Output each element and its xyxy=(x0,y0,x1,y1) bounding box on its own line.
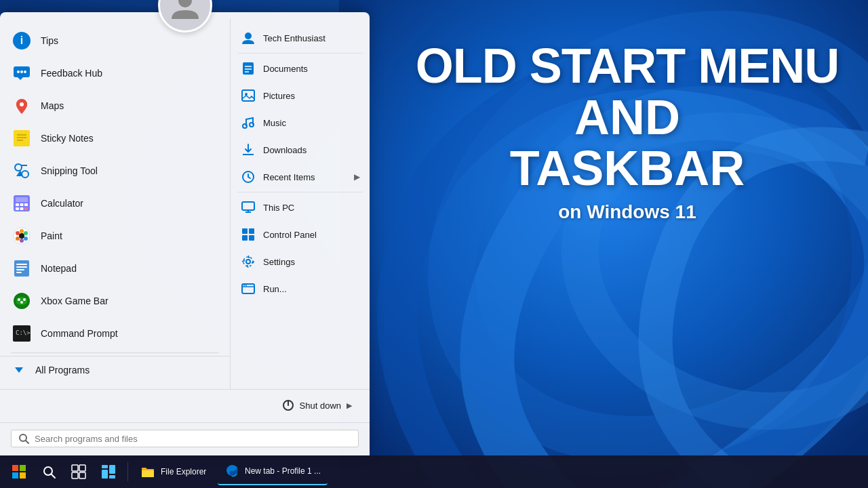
search-input-wrap xyxy=(11,430,359,447)
app-item-notepad[interactable]: Notepad xyxy=(0,252,230,285)
place-item-run[interactable]: Run... xyxy=(231,275,370,302)
svg-point-34 xyxy=(19,233,24,239)
svg-rect-24 xyxy=(16,207,19,210)
shutdown-arrow: ▶ xyxy=(347,401,352,410)
svg-point-65 xyxy=(246,260,250,264)
svg-point-16 xyxy=(15,164,22,171)
settings-icon xyxy=(240,253,256,270)
svg-rect-22 xyxy=(20,203,24,206)
svg-rect-77 xyxy=(12,472,18,479)
svg-point-32 xyxy=(20,239,24,243)
svg-point-41 xyxy=(18,298,20,301)
svg-point-70 xyxy=(245,285,247,286)
browser-label: New tab - Profile 1 ... xyxy=(245,466,321,476)
place-name-documents: Documents xyxy=(263,64,360,74)
place-name-downloads: Downloads xyxy=(263,145,360,155)
place-item-recent-items[interactable]: Recent Items ▶ xyxy=(231,163,370,190)
place-item-pictures[interactable]: Pictures xyxy=(231,82,370,109)
app-item-snipping-tool[interactable]: Snipping Tool xyxy=(0,155,230,187)
place-item-downloads[interactable]: Downloads xyxy=(231,136,370,163)
all-programs-label: All Programs xyxy=(35,365,90,375)
app-name-feedback-hub: Feedback Hub xyxy=(41,68,102,79)
svg-point-8 xyxy=(20,70,23,73)
apps-panel: i Tips Feedback Hub xyxy=(0,19,231,389)
svg-rect-26 xyxy=(24,207,28,210)
taskbar-separator xyxy=(127,462,128,481)
widgets-button[interactable] xyxy=(95,458,122,485)
place-name-music: Music xyxy=(263,118,360,128)
place-name-run: Run... xyxy=(263,284,360,294)
svg-rect-58 xyxy=(242,202,254,210)
place-item-documents[interactable]: Documents xyxy=(231,55,370,82)
widgets-icon xyxy=(101,464,116,479)
svg-point-54 xyxy=(243,124,247,128)
svg-rect-75 xyxy=(12,465,18,471)
snipping-tool-icon xyxy=(11,160,33,182)
downloads-icon xyxy=(240,142,256,158)
search-button[interactable] xyxy=(35,458,62,485)
start-button[interactable] xyxy=(5,458,33,485)
app-item-maps[interactable]: Maps xyxy=(0,89,230,122)
control-panel-icon xyxy=(240,226,256,243)
desktop-text: OLD START MENU AND TASKBAR on Windows 11 xyxy=(393,41,861,223)
svg-rect-21 xyxy=(16,203,19,206)
calculator-icon xyxy=(11,192,33,214)
svg-point-42 xyxy=(23,298,26,301)
svg-text:i: i xyxy=(20,35,23,46)
app-name-xbox-game-bar: Xbox Game Bar xyxy=(41,296,108,306)
desktop: OLD START MENU AND TASKBAR on Windows 11… xyxy=(0,0,868,488)
place-item-this-pc[interactable]: This PC xyxy=(231,194,370,221)
svg-rect-52 xyxy=(242,90,254,101)
title-line1: OLD START MENU xyxy=(393,41,861,92)
start-menu-content: i Tips Feedback Hub xyxy=(0,12,370,389)
paint-icon xyxy=(11,225,33,247)
places-divider-0 xyxy=(237,53,363,54)
all-programs-arrow-icon xyxy=(11,362,27,378)
title-line3: TASKBAR xyxy=(393,143,861,195)
shutdown-button[interactable]: Shut down ▶ xyxy=(274,395,360,415)
svg-rect-85 xyxy=(102,465,108,468)
svg-rect-48 xyxy=(243,62,254,75)
svg-rect-86 xyxy=(102,470,108,479)
app-item-sticky-notes[interactable]: Sticky Notes xyxy=(0,122,230,155)
svg-rect-39 xyxy=(16,272,22,273)
svg-rect-83 xyxy=(72,472,78,479)
windows-logo-icon xyxy=(12,464,26,479)
shutdown-icon xyxy=(282,399,294,411)
task-view-button[interactable] xyxy=(65,458,92,485)
svg-rect-38 xyxy=(16,269,24,270)
place-item-control-panel[interactable]: Control Panel xyxy=(231,221,370,248)
search-input[interactable] xyxy=(35,434,351,444)
svg-point-17 xyxy=(22,171,28,178)
task-view-icon xyxy=(71,464,86,479)
place-name-recent-items: Recent Items xyxy=(263,172,347,182)
svg-marker-46 xyxy=(15,367,23,373)
taskbar-search-icon xyxy=(41,464,56,479)
taskbar: File Explorer New tab - Profile 1 ... xyxy=(0,455,868,488)
svg-point-33 xyxy=(16,237,20,241)
taskbar-browser[interactable]: New tab - Profile 1 ... xyxy=(218,458,328,485)
svg-rect-25 xyxy=(20,207,24,210)
app-name-command-prompt: Command Prompt xyxy=(41,328,118,339)
place-item-music[interactable]: Music xyxy=(231,109,370,136)
all-programs-item[interactable]: All Programs xyxy=(0,356,230,384)
place-name-this-pc: This PC xyxy=(263,203,360,213)
app-item-xbox-game-bar[interactable]: Xbox Game Bar xyxy=(0,285,230,317)
app-name-notepad: Notepad xyxy=(41,263,77,274)
app-item-calculator[interactable]: Calculator xyxy=(0,187,230,220)
edge-icon xyxy=(224,464,239,479)
svg-point-79 xyxy=(44,467,52,475)
svg-rect-81 xyxy=(72,465,78,471)
avatar-icon xyxy=(168,0,202,22)
command-prompt-icon: C:\>_ xyxy=(11,323,33,344)
app-item-command-prompt[interactable]: C:\>_ Command Prompt xyxy=(0,317,230,350)
place-item-settings[interactable]: Settings xyxy=(231,248,370,275)
taskbar-file-explorer[interactable]: File Explorer xyxy=(134,458,215,485)
run-icon xyxy=(240,281,256,297)
search-icon xyxy=(18,433,29,444)
app-item-paint[interactable]: Paint xyxy=(0,220,230,252)
app-item-feedback-hub[interactable]: Feedback Hub xyxy=(0,57,230,89)
place-name-control-panel: Control Panel xyxy=(263,230,360,240)
place-item-tech-enthusiast[interactable]: Tech Enthusiast xyxy=(231,24,370,52)
recent-items-arrow: ▶ xyxy=(354,172,360,182)
